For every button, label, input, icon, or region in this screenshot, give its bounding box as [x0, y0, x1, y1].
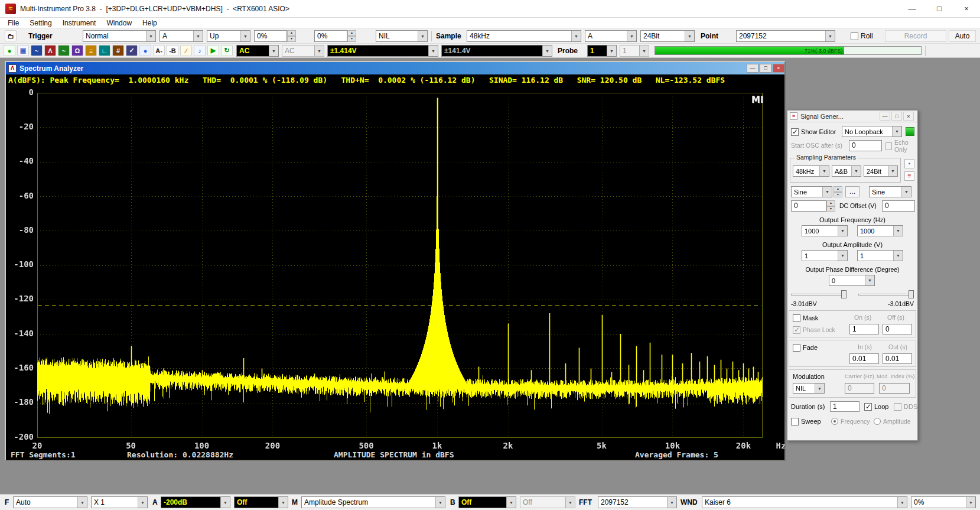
dc-offset-a-input[interactable]: 0	[791, 200, 826, 212]
chevron-down-icon[interactable]	[193, 31, 203, 41]
mask-on-input[interactable]: 1	[849, 324, 879, 334]
a-ref-combo[interactable]: Off	[234, 496, 288, 508]
chevron-down-icon[interactable]	[240, 31, 250, 41]
slider-thumb[interactable]	[909, 290, 914, 298]
fade-checkbox[interactable]: Fade	[793, 342, 818, 353]
chevron-down-icon[interactable]	[435, 497, 445, 508]
ddp-viewer-icon[interactable]: #	[112, 45, 124, 56]
duration-input[interactable]: 1	[830, 401, 859, 412]
range-b-combo[interactable]: ±141.4V	[441, 45, 552, 57]
volume-icon[interactable]: ♪	[194, 45, 206, 56]
modulation-type-combo[interactable]: NIL	[793, 383, 825, 394]
chevron-down-icon[interactable]	[893, 251, 903, 261]
siggen-bits-combo[interactable]: 24Bit	[864, 165, 898, 177]
chevron-down-icon[interactable]	[138, 497, 147, 508]
siggen-channels-combo[interactable]: A&B	[832, 165, 861, 177]
fade-in-input[interactable]: 0.01	[849, 353, 879, 364]
play-icon[interactable]: ▶	[207, 45, 219, 56]
marker-pen-icon[interactable]: ∕	[180, 45, 192, 56]
spin-up-icon[interactable]: ▴	[826, 200, 835, 206]
probe-b-combo[interactable]: 1	[620, 45, 649, 57]
chevron-down-icon[interactable]	[815, 384, 824, 393]
loop-checkbox[interactable]: Loop	[864, 401, 888, 412]
chevron-down-icon[interactable]	[77, 497, 87, 508]
fade-out-input[interactable]: 0.01	[883, 353, 912, 364]
fft-size-combo[interactable]: 2097152	[598, 496, 677, 508]
chevron-down-icon[interactable]	[893, 226, 903, 236]
coupling-b-combo[interactable]: AC	[282, 45, 324, 57]
spectrum-maximize-button[interactable]: □	[760, 64, 771, 73]
b-range-combo[interactable]: Off	[458, 496, 516, 508]
a-range-combo[interactable]: -200dB	[161, 496, 230, 508]
chevron-down-icon[interactable]	[542, 46, 552, 56]
chevron-down-icon[interactable]	[901, 187, 911, 197]
run-icon[interactable]: ●	[4, 45, 15, 56]
spin-down-icon[interactable]: ▾	[287, 36, 296, 42]
open-file-icon[interactable]: 🗀	[5, 30, 17, 41]
spectrum-analyzer-icon[interactable]: Λ	[44, 45, 56, 56]
spin-down-icon[interactable]: ▾	[347, 36, 356, 42]
roll-checkbox[interactable]: Roll	[851, 30, 873, 42]
waveform-b-combo[interactable]: Sine	[869, 186, 911, 197]
frequency-b-combo[interactable]: 1000	[857, 225, 903, 236]
sweep-frequency-radio[interactable]: Frequency	[831, 416, 870, 427]
chevron-down-icon[interactable]	[418, 31, 427, 41]
chevron-down-icon[interactable]	[667, 497, 676, 508]
spin-down-icon[interactable]: ▾	[834, 192, 842, 198]
trigger-edge-combo[interactable]: Up	[207, 30, 250, 42]
trigger-mode-combo[interactable]: Normal	[83, 30, 156, 42]
dc-offset-spinner[interactable]: ▴▾	[826, 200, 835, 212]
carrier-input[interactable]: 0	[845, 383, 874, 394]
hot-config-icon[interactable]: ≡	[904, 171, 914, 181]
start-osc-input[interactable]: 0	[849, 140, 882, 151]
mask-checkbox[interactable]: Mask	[793, 312, 818, 324]
chevron-down-icon[interactable]	[838, 251, 847, 261]
record-button[interactable]: Record	[885, 30, 946, 42]
menu-instrument[interactable]: Instrument	[57, 18, 102, 28]
channel-a-icon[interactable]: A-	[153, 45, 165, 56]
dds-checkbox[interactable]: DDS	[894, 401, 917, 412]
chevron-down-icon[interactable]	[269, 46, 278, 56]
hold-icon[interactable]: ●	[139, 45, 151, 56]
trigger-nil-combo[interactable]: NIL	[376, 30, 428, 42]
loopback-icon[interactable]: ↻	[221, 45, 233, 56]
sweep-checkbox[interactable]: Sweep	[791, 415, 821, 427]
chevron-down-icon[interactable]	[888, 166, 897, 176]
window-function-combo[interactable]: Kaiser 6	[702, 496, 907, 508]
chevron-down-icon[interactable]	[819, 166, 829, 176]
siggen-minimize-button[interactable]: —	[880, 112, 890, 121]
x-multiplier-combo[interactable]: X 1	[91, 496, 148, 508]
spin-up-icon[interactable]: ▴	[347, 30, 356, 36]
spin-up-icon[interactable]: ▴	[834, 186, 842, 192]
snapshot-icon[interactable]: ▣	[17, 45, 29, 56]
generator-run-button[interactable]	[906, 127, 914, 136]
trigger-source-combo[interactable]: A	[159, 30, 203, 42]
chevron-down-icon[interactable]	[220, 497, 230, 508]
oscilloscope-icon[interactable]: ~	[31, 45, 43, 56]
chevron-down-icon[interactable]	[685, 31, 694, 41]
siggen-close-button[interactable]: ×	[903, 112, 914, 121]
chevron-down-icon[interactable]	[639, 46, 649, 56]
maximize-button[interactable]: □	[926, 0, 953, 17]
amplitude-a-combo[interactable]: 1	[802, 250, 848, 261]
chevron-down-icon[interactable]	[146, 31, 155, 41]
overlap-combo[interactable]: 0%	[911, 496, 976, 508]
trigger-level-input[interactable]: 0%	[254, 30, 287, 42]
chevron-down-icon[interactable]	[627, 31, 636, 41]
spectrum-minimize-button[interactable]: —	[747, 64, 758, 73]
chevron-down-icon[interactable]	[607, 46, 616, 56]
waveform-a-combo[interactable]: Sine	[791, 186, 832, 197]
show-editor-checkbox[interactable]: Show Editor	[791, 126, 836, 138]
spectrum-plot-canvas[interactable]	[6, 86, 784, 449]
phase-lock-checkbox[interactable]: Phase Lock	[793, 324, 835, 336]
close-button[interactable]: ×	[953, 0, 980, 17]
minimize-button[interactable]: —	[898, 0, 926, 17]
save-icon[interactable]: ▪	[904, 159, 914, 168]
chevron-down-icon[interactable]	[314, 46, 324, 56]
phase-difference-combo[interactable]: 0	[829, 275, 875, 286]
siggen-titlebar[interactable]: ≈ Signal Gener... — □ ×	[787, 111, 917, 122]
siggen-rate-combo[interactable]: 48kHz	[793, 165, 829, 177]
b-ref-combo[interactable]: Off	[520, 496, 575, 508]
chevron-down-icon[interactable]	[892, 126, 901, 137]
slider-thumb[interactable]	[841, 290, 846, 298]
